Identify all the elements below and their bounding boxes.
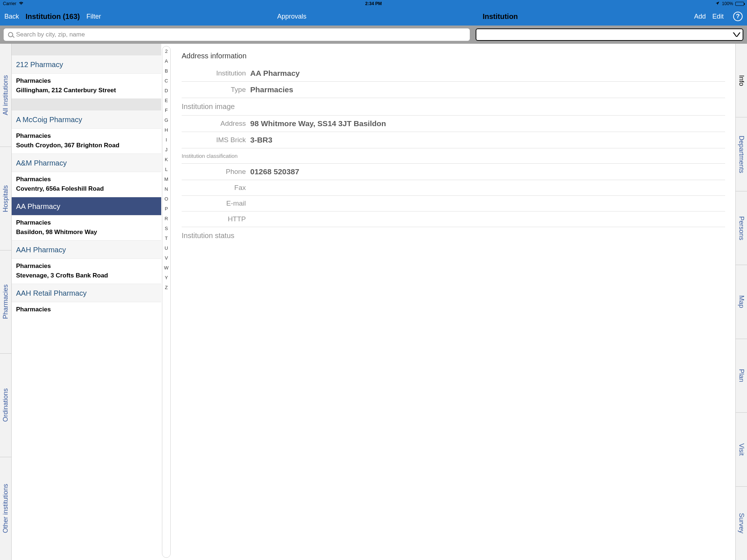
- value-ims: 3-BR3: [250, 136, 272, 144]
- index-letter[interactable]: O: [165, 196, 168, 202]
- index-letter[interactable]: G: [165, 117, 168, 123]
- status-bar: Carrier 2:34 PM 100%: [0, 0, 747, 7]
- left-tab-label: All institutions: [2, 75, 9, 115]
- list-section-spacer: [12, 99, 161, 110]
- index-letter[interactable]: S: [165, 226, 168, 231]
- label-phone: Phone: [182, 168, 246, 176]
- nav-bar: Back Institution (163) Filter Approvals …: [0, 7, 747, 26]
- list-item-name[interactable]: A&M Pharmacy: [12, 154, 161, 172]
- index-letter[interactable]: C: [165, 78, 168, 83]
- index-letter[interactable]: 2: [165, 48, 167, 54]
- index-letter[interactable]: T: [165, 236, 168, 241]
- list-item-name[interactable]: 212 Pharmacy: [12, 55, 161, 74]
- right-tab-survey[interactable]: Survey: [736, 487, 747, 560]
- search-icon: [8, 32, 13, 37]
- index-letter[interactable]: B: [165, 68, 168, 74]
- right-tab-label: Persons: [738, 216, 745, 240]
- label-ims: IMS Brick: [182, 136, 246, 144]
- index-letter[interactable]: K: [165, 157, 168, 162]
- list-item-type: Pharmacies: [12, 259, 161, 272]
- list-item-address: Basildon, 98 Whitmore Way: [12, 229, 161, 241]
- index-letter[interactable]: D: [165, 88, 168, 93]
- right-tab-departments[interactable]: Departments: [736, 117, 747, 191]
- back-button[interactable]: Back: [4, 13, 19, 20]
- value-address: 98 Whitmore Way, SS14 3JT Basildon: [250, 119, 386, 128]
- right-tab-visit[interactable]: Visit: [736, 413, 747, 486]
- label-email: E-mail: [182, 199, 246, 207]
- left-tab-other-institutions[interactable]: Other institutions: [0, 457, 11, 560]
- right-tab-info[interactable]: Info: [736, 44, 747, 117]
- left-tab-all-institutions[interactable]: All institutions: [0, 44, 11, 147]
- carrier-label: Carrier: [3, 1, 16, 6]
- left-tab-label: Hospitals: [2, 185, 9, 212]
- right-tab-persons[interactable]: Persons: [736, 191, 747, 265]
- edit-button[interactable]: Edit: [712, 13, 724, 20]
- label-fax: Fax: [182, 184, 246, 192]
- left-tab-pharmacies[interactable]: Pharmacies: [0, 250, 11, 354]
- status-time: 2:34 PM: [250, 1, 497, 6]
- left-tab-label: Pharmacies: [2, 284, 9, 319]
- index-letter[interactable]: I: [166, 137, 167, 143]
- left-tab-ordinations[interactable]: Ordinations: [0, 354, 11, 457]
- toolbar: Search by city, zip, name V: [0, 26, 747, 44]
- list-item-type: Pharmacies: [12, 215, 161, 229]
- search-input[interactable]: Search by city, zip, name: [4, 28, 470, 41]
- right-tab-label: Info: [738, 75, 745, 86]
- right-tab-label: Departments: [738, 136, 745, 173]
- institution-list[interactable]: 212 PharmacyPharmaciesGillingham, 212 Ca…: [12, 44, 161, 560]
- index-letter[interactable]: W: [164, 265, 169, 271]
- location-icon: [715, 1, 720, 7]
- right-tab-plan[interactable]: Plan: [736, 339, 747, 413]
- label-address: Address: [182, 120, 246, 128]
- section-institution-image: Institution image: [182, 98, 725, 116]
- left-tab-label: Other institutions: [2, 484, 9, 533]
- list-item-name[interactable]: AA Pharmacy: [12, 197, 161, 215]
- help-icon[interactable]: ?: [733, 12, 743, 21]
- index-letter[interactable]: U: [165, 245, 168, 251]
- index-letter[interactable]: H: [165, 127, 168, 133]
- filter-dropdown[interactable]: V: [476, 28, 743, 41]
- right-tab-map[interactable]: Map: [736, 265, 747, 339]
- list-item-address: South Croydon, 367 Brighton Road: [12, 142, 161, 154]
- list-item-name[interactable]: AAH Retail Pharmacy: [12, 284, 161, 302]
- right-tab-label: Visit: [738, 443, 745, 456]
- index-letter[interactable]: F: [165, 108, 168, 113]
- battery-pct: 100%: [722, 1, 733, 6]
- list-item-type: Pharmacies: [12, 74, 161, 87]
- left-tab-label: Ordinations: [2, 388, 9, 422]
- approvals-button[interactable]: Approvals: [277, 13, 306, 20]
- list-item-address: Coventry, 656a Foleshill Road: [12, 185, 161, 197]
- label-http: HTTP: [182, 215, 246, 223]
- index-letter[interactable]: N: [165, 186, 168, 192]
- page-title-left: Institution (163): [26, 12, 80, 21]
- right-detail-tabs: InfoDepartmentsPersonsMapPlanVisitSurvey: [735, 44, 747, 560]
- list-item-type: Pharmacies: [12, 172, 161, 185]
- label-institution: Institution: [182, 69, 246, 77]
- index-letter[interactable]: J: [165, 147, 168, 152]
- left-tab-hospitals[interactable]: Hospitals: [0, 147, 11, 250]
- label-type: Type: [182, 86, 246, 94]
- section-status: Institution status: [182, 227, 725, 244]
- index-letter[interactable]: V: [165, 255, 168, 261]
- index-letter[interactable]: M: [165, 176, 169, 182]
- index-letter[interactable]: L: [165, 167, 167, 172]
- index-letter[interactable]: E: [165, 98, 168, 103]
- page-title-right: Institution: [483, 12, 518, 21]
- left-category-tabs: All institutionsHospitalsPharmaciesOrdin…: [0, 44, 12, 560]
- value-phone: 01268 520387: [250, 167, 299, 176]
- index-letter[interactable]: Y: [165, 275, 168, 280]
- alpha-index[interactable]: 2ABCDEFGHIJKLMNOPRSTUVWYZ: [162, 46, 171, 558]
- index-letter[interactable]: R: [165, 216, 168, 221]
- right-tab-label: Plan: [738, 369, 745, 382]
- value-institution: AA Pharmacy: [250, 69, 300, 78]
- list-item-name[interactable]: A McCoig Pharmacy: [12, 110, 161, 129]
- filter-button[interactable]: Filter: [86, 13, 101, 20]
- index-letter[interactable]: P: [165, 206, 168, 211]
- index-letter[interactable]: Z: [165, 285, 168, 290]
- list-item-name[interactable]: AAH Pharmacy: [12, 241, 161, 259]
- list-section-spacer: [12, 44, 161, 55]
- section-address-info: Address information: [182, 52, 725, 60]
- index-letter[interactable]: A: [165, 58, 168, 64]
- battery-icon: [735, 2, 744, 6]
- add-button[interactable]: Add: [694, 13, 706, 20]
